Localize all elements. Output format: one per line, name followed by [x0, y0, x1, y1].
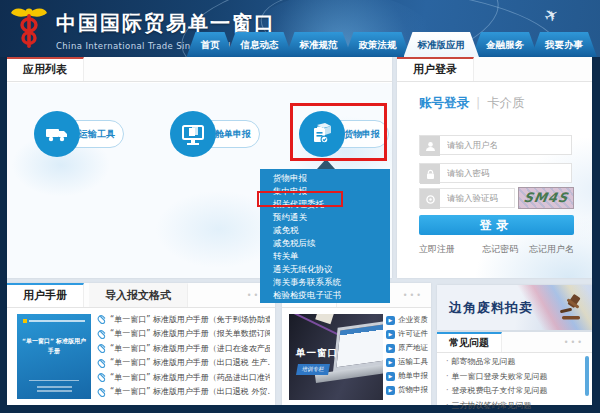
- faq-link[interactable]: ·登录税费电子支付常见问题: [446, 385, 580, 400]
- nav-tab-home[interactable]: 首页: [187, 32, 234, 57]
- username-input[interactable]: [440, 136, 571, 154]
- dropdown-item-cargo-declare[interactable]: 货物申报: [260, 172, 390, 185]
- faq-link[interactable]: ·单一窗口登录失败常见问题: [446, 371, 580, 386]
- training-link[interactable]: ▶原产地证: [386, 341, 429, 355]
- dropdown-item-tax-followup[interactable]: 减免税后续: [260, 237, 390, 250]
- bullet: ·: [446, 372, 449, 381]
- manual-link[interactable]: “单一窗口” 标准版用户手册（报关单数据订阅...: [97, 327, 270, 342]
- training-image[interactable]: 单一窗口 培训专栏: [289, 314, 383, 400]
- captcha-image[interactable]: SM4S: [518, 187, 574, 209]
- captcha-input[interactable]: [440, 189, 514, 207]
- dropdown-item-tax-reduction[interactable]: 减免税: [260, 224, 390, 237]
- dropdown-item-customs-contact[interactable]: 海关事务联系系统: [260, 276, 390, 289]
- more-button[interactable]: •••: [403, 283, 423, 308]
- cargo-icon[interactable]: [299, 111, 345, 157]
- image-decor: [315, 314, 335, 324]
- content-area: 应用列表 运输工具: [7, 57, 592, 405]
- captcha-row: [419, 188, 515, 208]
- training-link[interactable]: ▶舱单申报: [386, 369, 429, 383]
- forgot-username-link[interactable]: 忘记用户名: [529, 244, 574, 254]
- captcha-text: SM4S: [518, 188, 574, 208]
- bullet: ·: [446, 357, 449, 366]
- lock-icon: [420, 164, 440, 184]
- faq-link[interactable]: ·邮寄物品常见问题: [446, 356, 580, 371]
- tab-user-login[interactable]: 用户登录: [397, 57, 474, 81]
- faq-header: 常见问题 •••: [437, 332, 592, 353]
- dropdown-item-centralized[interactable]: 集中申报: [260, 185, 390, 198]
- cover-title: “单一窗口” 标准版用户手册: [22, 336, 86, 355]
- training-image-title: 单一窗口: [296, 347, 338, 360]
- dropdown-item-quarantine-cert[interactable]: 检验检疫电子证书: [260, 289, 390, 302]
- login-links: 立即注册 忘记密码 忘记用户名: [419, 243, 574, 256]
- password-input[interactable]: [440, 164, 571, 182]
- dropdown-item-paperless[interactable]: 通关无纸化协议: [260, 263, 390, 276]
- manual-links: “单一窗口” 标准版用户手册（免于到场协助查... “单一窗口” 标准版用户手册…: [97, 312, 270, 399]
- manual-panel: 用户手册 导入报文格式 ••• “单一窗口” 标准版用户手册 “单一窗口” 标准…: [7, 283, 275, 405]
- banner-title: 边角废料拍卖: [449, 285, 533, 330]
- app-cargo-label: 货物申报: [344, 121, 380, 147]
- tab-user-manual[interactable]: 用户手册: [7, 283, 84, 307]
- manual-link[interactable]: “单一窗口” 标准版用户手册（药品进出口准许...: [97, 370, 270, 385]
- training-image-badge: 培训专栏: [296, 364, 330, 375]
- nav-tab-finance[interactable]: 金融服务: [472, 32, 538, 57]
- forgot-links: 忘记密码 忘记用户名: [474, 243, 574, 256]
- nav-tab-news[interactable]: 信息动态: [227, 32, 293, 57]
- nav-tab-policies[interactable]: 政策法规: [345, 32, 411, 57]
- main-nav: 首页 信息动态 标准规范 政策法规 标准版应用 金融服务 我要办事: [194, 32, 598, 57]
- more-button[interactable]: •••: [564, 332, 584, 353]
- play-icon: ▶: [386, 330, 395, 339]
- dropdown-item-broker-delegate[interactable]: 报关代理委托: [260, 198, 390, 211]
- training-link[interactable]: ▶货物申报: [386, 383, 429, 397]
- faq-link[interactable]: ·三方协议签约常见问题: [446, 400, 580, 413]
- tab-faq[interactable]: 常见问题: [437, 332, 502, 352]
- login-button[interactable]: 登录: [419, 215, 574, 235]
- bullet: ·: [446, 401, 449, 410]
- site-header: ✈ 中国国际贸易单一窗口 China International Trade S…: [0, 0, 600, 57]
- tab-separator: |: [476, 95, 480, 110]
- airplane-icon: ✈: [540, 3, 562, 27]
- dropdown-arrow: [317, 159, 335, 169]
- manual-link[interactable]: “单一窗口” 标准版用户手册（出口退税 外贸...: [97, 385, 270, 400]
- manual-link[interactable]: “单一窗口” 标准版用户手册（出口退税 生产...: [97, 356, 270, 371]
- manual-link[interactable]: “单一窗口” 标准版用户手册（进口在途农产品...: [97, 341, 270, 356]
- app-list-body: 运输工具 舱单申报: [7, 83, 392, 278]
- app-list-header: 应用列表: [7, 57, 392, 82]
- nav-tab-services[interactable]: 我要办事: [531, 32, 597, 57]
- dropdown-item-transit[interactable]: 转关单: [260, 250, 390, 263]
- truck-icon[interactable]: [34, 111, 80, 157]
- captcha-icon: [420, 189, 440, 209]
- page: ✈ 中国国际贸易单一窗口 China International Trade S…: [0, 0, 600, 413]
- register-link[interactable]: 立即注册: [419, 243, 455, 256]
- manual-book-cover[interactable]: “单一窗口” 标准版用户手册: [17, 314, 91, 399]
- login-body: 账号登录|卡介质: [397, 83, 592, 278]
- faq-panel: 常见问题 ••• ·邮寄物品常见问题 ·单一窗口登录失败常见问题 ·登录税费电子…: [437, 332, 592, 405]
- tab-import-format[interactable]: 导入报文格式: [89, 283, 188, 307]
- faq-scrollbar[interactable]: [585, 356, 589, 396]
- scrap-auction-banner[interactable]: 边角废料拍卖: [437, 285, 592, 330]
- app-list-panel: 应用列表 运输工具: [7, 57, 392, 278]
- gavel-icon: [556, 292, 586, 326]
- cover-decor: [23, 319, 85, 323]
- tab-card-login[interactable]: 卡介质: [487, 95, 525, 110]
- dropdown-item-appointment[interactable]: 预约通关: [260, 211, 390, 224]
- cover-decor: [29, 380, 79, 392]
- manual-header: 用户手册 导入报文格式 •••: [7, 283, 275, 308]
- play-icon: ▶: [386, 386, 395, 395]
- training-link[interactable]: ▶许可证件: [386, 327, 429, 341]
- forgot-password-link[interactable]: 忘记密码: [482, 244, 518, 254]
- tab-app-list[interactable]: 应用列表: [7, 57, 84, 81]
- play-icon: ▶: [386, 344, 395, 353]
- training-link[interactable]: ▶企业资质: [386, 313, 429, 327]
- play-icon: ▶: [386, 372, 395, 381]
- manual-link[interactable]: “单一窗口” 标准版用户手册（免于到场协助查...: [97, 312, 270, 327]
- nav-tab-standards[interactable]: 标准规范: [286, 32, 352, 57]
- manifest-icon[interactable]: [170, 111, 216, 157]
- user-icon: [420, 136, 440, 156]
- login-mode-tabs: 账号登录|卡介质: [419, 95, 525, 112]
- nav-tab-standard-apps[interactable]: 标准版应用: [404, 32, 480, 57]
- play-icon: ▶: [386, 316, 395, 325]
- training-link[interactable]: ▶运输工具: [386, 355, 429, 369]
- login-panel: 用户登录 账号登录|卡介质: [397, 57, 592, 278]
- play-icon: ▶: [386, 358, 395, 367]
- tab-account-login[interactable]: 账号登录: [419, 95, 469, 110]
